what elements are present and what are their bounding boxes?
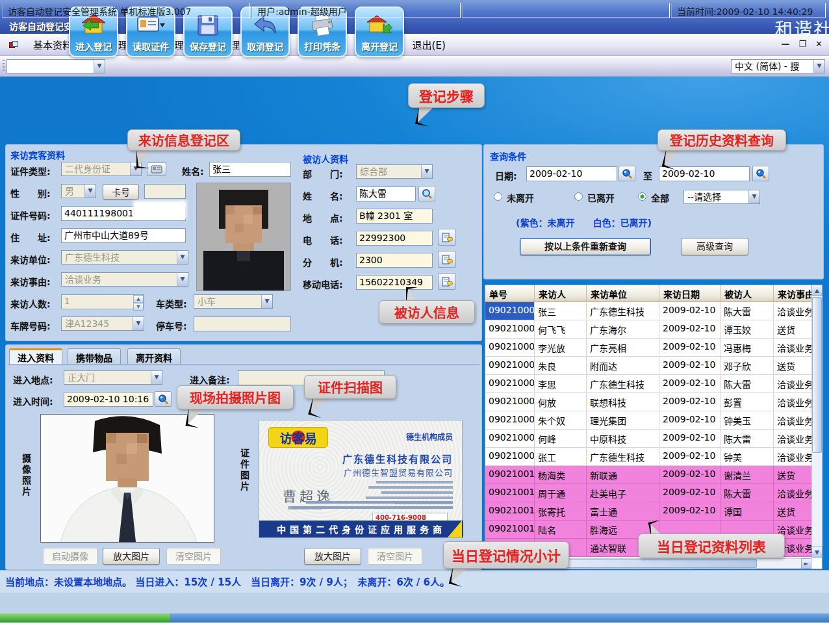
table-cell[interactable]: 洽谈业务: [774, 393, 812, 411]
tab-leave-info[interactable]: 离开资料: [127, 348, 181, 365]
filter-select[interactable]: --请选择▼: [683, 190, 760, 204]
table-cell[interactable]: 张工: [535, 448, 587, 466]
visited-name-search-button[interactable]: [418, 186, 435, 201]
table-cell[interactable]: 洽谈业务: [774, 339, 812, 357]
table-cell[interactable]: 谭玉姣: [721, 320, 774, 339]
table-cell[interactable]: 090210010: [485, 466, 535, 484]
col-header-reason[interactable]: 来访事由: [774, 285, 812, 302]
table-cell[interactable]: 附而达: [587, 357, 659, 375]
table-cell[interactable]: 彭置: [721, 393, 774, 411]
requery-button[interactable]: 按以上条件重新查询: [520, 238, 651, 255]
table-cell[interactable]: 送货: [774, 357, 812, 375]
table-cell[interactable]: 广东德生科技: [587, 375, 659, 393]
table-cell[interactable]: 090210011: [485, 484, 535, 502]
table-cell[interactable]: 冯惠梅: [721, 339, 774, 357]
table-cell[interactable]: 洽谈业务: [774, 448, 812, 466]
toolbar-grip[interactable]: [3, 60, 5, 73]
table-cell[interactable]: 2009-02-10: [659, 375, 721, 393]
table-cell[interactable]: 090210003: [485, 339, 535, 357]
table-cell[interactable]: 陆名: [535, 521, 587, 539]
table-cell[interactable]: 洽谈业务: [774, 302, 812, 320]
chevron-down-icon[interactable]: ▼: [177, 251, 188, 264]
chevron-down-icon[interactable]: ▼: [151, 371, 162, 384]
table-row[interactable]: 090210011周于通赴美电子2009-02-10陈大雷洽谈业务: [485, 484, 822, 502]
car-type-select[interactable]: 小车▼: [194, 294, 273, 309]
table-cell[interactable]: 2009-02-10: [659, 448, 721, 466]
date-to-picker-button[interactable]: [752, 166, 769, 181]
table-cell[interactable]: 联想科技: [587, 393, 659, 411]
chevron-down-icon[interactable]: ▼: [421, 165, 432, 178]
table-cell[interactable]: 2009-02-10: [659, 411, 721, 430]
entry-time-picker-button[interactable]: [155, 391, 172, 407]
radio-left[interactable]: [574, 192, 583, 201]
table-cell[interactable]: 杨海类: [535, 466, 587, 484]
parking-input[interactable]: [194, 316, 291, 331]
table-row[interactable]: 090210012张寄托富士通2009-02-10谭国送货: [485, 502, 822, 521]
tab-carried-items[interactable]: 携带物品: [68, 348, 121, 365]
table-cell[interactable]: 090210004: [485, 357, 535, 375]
table-cell[interactable]: 富士通: [587, 502, 659, 521]
table-cell[interactable]: 周于通: [535, 484, 587, 502]
table-cell[interactable]: 洽谈业务: [774, 484, 812, 502]
table-row[interactable]: 090210001张三广东德生科技2009-02-10陈大雷洽谈业务: [485, 302, 822, 320]
clear-photo-button[interactable]: 清空图片: [166, 548, 221, 565]
table-cell[interactable]: 新联通: [587, 466, 659, 484]
radio-all[interactable]: [638, 192, 646, 201]
table-cell[interactable]: 090210001: [485, 302, 535, 320]
table-cell[interactable]: 朱良: [535, 357, 587, 375]
col-header-company[interactable]: 来访单位: [587, 285, 659, 302]
place-input[interactable]: B幢 2301 室: [356, 209, 433, 224]
table-cell[interactable]: 李思: [535, 375, 587, 393]
table-cell[interactable]: 090210009: [485, 448, 535, 466]
table-row[interactable]: 090210002何飞飞广东海尔2009-02-10谭玉姣送货: [485, 320, 822, 339]
scroll-up-icon[interactable]: ▲: [811, 285, 823, 296]
mobile-input[interactable]: 15602210349: [356, 275, 433, 290]
card-number-input[interactable]: [144, 184, 186, 199]
chevron-down-icon[interactable]: ▼: [84, 185, 96, 198]
chevron-down-icon[interactable]: ▼: [748, 190, 759, 203]
table-row[interactable]: 090210010杨海类新联通2009-02-10谢清兰送货: [485, 466, 822, 484]
table-cell[interactable]: 2009-02-10: [659, 357, 721, 375]
col-header-no[interactable]: 单号: [485, 285, 535, 302]
table-row[interactable]: 090210007朱个奴理光集团2009-02-10钟美玉洽谈业务: [485, 411, 822, 430]
table-cell[interactable]: 李光放: [535, 339, 587, 357]
table-cell[interactable]: 090210002: [485, 320, 535, 339]
table-cell[interactable]: 2009-02-10: [659, 484, 721, 502]
table-cell[interactable]: 2009-02-10: [659, 302, 721, 320]
scroll-down-icon[interactable]: ▼: [811, 547, 823, 558]
zoom-idcard-button[interactable]: 放大图片: [304, 548, 361, 565]
id-type-select[interactable]: 二代身份证▼: [61, 162, 142, 176]
ext-notify-button[interactable]: [438, 251, 456, 268]
table-cell[interactable]: 理光集团: [587, 411, 659, 430]
dept-select[interactable]: 综合部▼: [356, 164, 433, 179]
start-camera-button[interactable]: 启动摄像: [43, 548, 97, 565]
table-cell[interactable]: 090210005: [485, 375, 535, 393]
table-cell[interactable]: 朱个奴: [535, 411, 587, 430]
table-cell[interactable]: 广东亮相: [587, 339, 659, 357]
table-row[interactable]: 090210005李思广东德生科技2009-02-10陈大雷洽谈业务: [485, 375, 822, 393]
table-cell[interactable]: 广东德生科技: [587, 302, 659, 320]
table-cell[interactable]: 送货: [774, 320, 812, 339]
visitor-count-stepper[interactable]: 1 ▲▼: [61, 294, 144, 309]
plate-select[interactable]: 津A12345▼: [61, 316, 144, 331]
table-cell[interactable]: 090210006: [485, 393, 535, 411]
quick-combobox[interactable]: ▼: [6, 59, 105, 73]
table-cell[interactable]: 广东海尔: [587, 320, 659, 339]
chevron-down-icon[interactable]: ▼: [813, 60, 824, 73]
table-cell[interactable]: 2009-02-10: [659, 502, 721, 521]
gender-select[interactable]: 男▼: [61, 184, 96, 198]
mobile-notify-button[interactable]: [438, 273, 456, 290]
chevron-down-icon[interactable]: ▼: [261, 295, 272, 308]
table-cell[interactable]: 邓子欣: [721, 357, 774, 375]
chevron-down-icon[interactable]: ▼: [177, 273, 188, 286]
zoom-photo-button[interactable]: 放大图片: [103, 548, 160, 565]
table-cell[interactable]: 张寄托: [535, 502, 587, 521]
table-row[interactable]: 090210003李光放广东亮相2009-02-10冯惠梅洽谈业务: [485, 339, 822, 357]
table-cell[interactable]: 陈大雷: [721, 375, 774, 393]
table-cell[interactable]: 陈大雷: [721, 484, 774, 502]
table-cell[interactable]: 陈大雷: [721, 430, 774, 448]
date-from-picker-button[interactable]: [619, 166, 635, 181]
chevron-down-icon[interactable]: ▼: [94, 60, 105, 73]
table-cell[interactable]: 090210008: [485, 430, 535, 448]
phone-input[interactable]: 22992300: [356, 231, 433, 246]
